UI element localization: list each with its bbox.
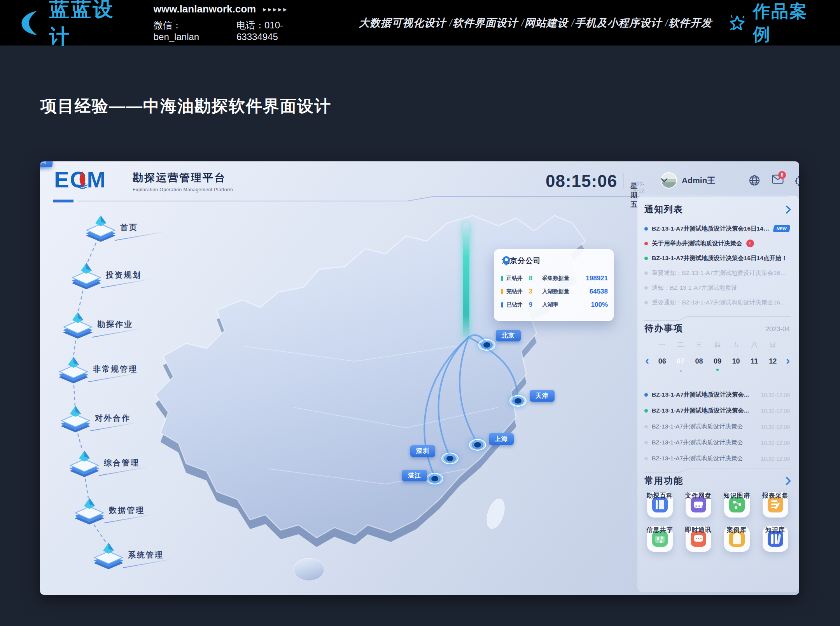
function-tile[interactable]: 知识库 (756, 526, 794, 552)
notification-item[interactable]: 重要通知：BZ-13-1-A7井测试地质设计决策会16日14... (644, 295, 790, 310)
settings-button[interactable] (795, 175, 799, 186)
platform-3d-icon (68, 448, 101, 478)
todo-item[interactable]: BZ-13-1-A7井测试地质设计决策会 10:30-12:00 (644, 435, 790, 451)
function-label: 案例库 (727, 526, 747, 534)
platform-3d-icon (59, 404, 92, 433)
clock-block: 08:15:06 星期五 2022-09-12 (546, 171, 630, 191)
todo-item[interactable]: BZ-13-1-A7井测试地质设计决策会 10:30-12:00 (644, 419, 790, 435)
city-marker[interactable] (469, 439, 486, 451)
todo-list: BZ-13-1-A7井测试地质设计决策会... 10:30-12:00 BZ-1… (644, 387, 790, 467)
site-nav-item[interactable]: 软件界面设计 (453, 16, 525, 30)
functions-more-arrow-icon[interactable] (782, 476, 791, 485)
notification-item[interactable]: BZ-13-1-A7井测试地质设计决策会16日14点开始！ (644, 251, 790, 266)
function-label: 即时通讯 (685, 526, 712, 534)
site-nav-item[interactable]: 大数据可视化设计 (359, 16, 453, 30)
todo-dot (644, 457, 648, 460)
site-nav-item[interactable]: 软件开发 (668, 16, 712, 30)
lanlan-logo[interactable]: 蓝蓝设计 (18, 0, 132, 50)
popup-divider (500, 270, 609, 270)
todo-item[interactable]: BZ-13-1-A7井测试地质设计决策会 10:30-12:00 (644, 451, 790, 467)
notifications-title: 通知列表 (644, 203, 683, 215)
function-tile[interactable]: 案例库 (718, 526, 756, 552)
calendar-day[interactable]: 10 (727, 353, 745, 369)
portfolio-label: 作品案例 (753, 0, 822, 46)
calendar-day[interactable]: 11 (745, 353, 763, 369)
city-marker[interactable] (509, 395, 527, 407)
chevron-down-icon (661, 178, 668, 183)
sidebar-item[interactable]: 勘探作业 (61, 310, 190, 341)
sidebar-menu: 首页 投资规划 (40, 161, 203, 595)
todo-item[interactable]: BZ-13-1-A7井测试地质设计决策会... 10:30-12:00 (644, 403, 790, 419)
function-tile[interactable]: 勘探百科 (640, 492, 679, 518)
stat-label-right: 采集数据量 (542, 275, 578, 282)
sidebar-item-label: 投资规划 (106, 270, 142, 280)
sidebar-item[interactable]: 对外合作 (59, 404, 187, 435)
calendar-day[interactable]: 09 (708, 353, 726, 369)
website-url[interactable]: www.lanlanwork.com (154, 3, 256, 15)
calendar-day[interactable]: 12 (764, 353, 782, 369)
stat-label: 已钻井 (506, 301, 529, 308)
function-label: 知识库 (765, 526, 785, 534)
sidebar-item[interactable]: 综合管理 (68, 448, 196, 479)
user-menu[interactable]: Admin王 (661, 172, 715, 189)
notification-item[interactable]: BZ-13-1-A7井测试地质设计决策会16日14点开始 NEW (644, 221, 790, 236)
calendar-next-arrow[interactable]: › (782, 353, 794, 369)
sidebar-item[interactable]: 系统管理 (92, 540, 220, 572)
marker-core (514, 398, 522, 404)
todo-text: BZ-13-1-A7井测试地质设计决策会... (652, 391, 749, 399)
date-label: 2022-09-12 (630, 181, 644, 194)
language-globe-button[interactable] (749, 175, 760, 186)
username: Admin王 (682, 175, 715, 186)
todo-item[interactable]: BZ-13-1-A7井测试地质设计决策会... 10:30-12:00 (644, 387, 790, 403)
calendar-prev-arrow[interactable]: ‹ (641, 353, 653, 369)
messages-button[interactable]: 8 (772, 175, 784, 186)
marker-core (431, 476, 438, 481)
notification-item[interactable]: 关于用举办井测试地质设计决策会 ! (644, 236, 790, 251)
todo-header: 待办事项 2023-04 (644, 322, 790, 334)
city-label[interactable]: 北京 (496, 330, 521, 341)
function-tile[interactable]: 报表采集 (756, 492, 794, 518)
platform-3d-icon (73, 496, 106, 525)
function-label: 信息共享 (647, 526, 673, 534)
weekday-cell: 四 (708, 340, 726, 349)
city-marker[interactable] (478, 339, 495, 351)
calendar-day[interactable]: 06 (653, 353, 671, 369)
city-label[interactable]: 湛江 (402, 470, 427, 481)
notification-dot (644, 301, 648, 304)
city-label[interactable]: 深圳 (410, 445, 435, 457)
sidebar-item[interactable]: 非常规管理 (57, 355, 186, 386)
site-nav-item[interactable]: 手机及小程序设计 (575, 16, 668, 30)
phone-label: 电话：010-63334945 (236, 19, 320, 42)
branch-popup-card: 北京分公司 正钻井 8 采集数据量 198921 完钻井 3 入湖数据量 (494, 249, 614, 321)
city-marker[interactable] (426, 473, 443, 484)
city-label[interactable]: 天津 (530, 390, 555, 402)
calendar-day-selected[interactable]: 07 (671, 353, 690, 369)
function-tile[interactable]: 即时通讯 (679, 526, 718, 552)
notification-item[interactable]: 重要通知：BZ-13-1-A7井测试地质设计决策会16日14... (644, 266, 790, 280)
function-tile[interactable]: 文件网盘 (679, 492, 718, 518)
site-header: 蓝蓝设计 www.lanlanwork.com ▸▸▸▸▸ 微信：ben_lan… (0, 0, 840, 45)
sidebar-item-label: 非常规管理 (93, 364, 138, 374)
dashboard-screenshot: 北京 天津 上海 (40, 161, 799, 595)
function-tile[interactable]: 知识图谱 (718, 492, 756, 518)
todo-dot (644, 393, 648, 397)
notification-item[interactable]: 通知：BZ-13-1-A7井测试地质设 (644, 280, 790, 295)
calendar-day[interactable]: 08 (690, 353, 708, 369)
todo-dot (644, 441, 648, 444)
city-marker[interactable] (441, 453, 458, 464)
sidebar-item[interactable]: 投资规划 (70, 261, 198, 292)
city-label[interactable]: 上海 (489, 433, 514, 445)
todo-text: BZ-13-1-A7井测试地质设计决策会 (652, 423, 743, 431)
sidebar-item[interactable]: 首页 (84, 213, 213, 244)
sidebar-item-label: 首页 (120, 222, 138, 233)
marker-core (474, 442, 481, 448)
notifications-more-arrow-icon[interactable] (782, 205, 791, 214)
platform-3d-icon (61, 310, 94, 339)
sidebar-item[interactable]: 数据管理 (73, 496, 201, 527)
notification-list: BZ-13-1-A7井测试地质设计决策会16日14点开始 NEW 关于用举办井测… (644, 221, 790, 310)
site-nav: 大数据可视化设计软件界面设计网站建设手机及小程序设计软件开发 (359, 16, 712, 30)
portfolio-link[interactable]: 作品案例 (728, 0, 822, 46)
function-tile[interactable]: 信息共享 (640, 526, 679, 552)
site-nav-item[interactable]: 网站建设 (525, 16, 575, 30)
stat-label: 正钻井 (506, 275, 529, 282)
